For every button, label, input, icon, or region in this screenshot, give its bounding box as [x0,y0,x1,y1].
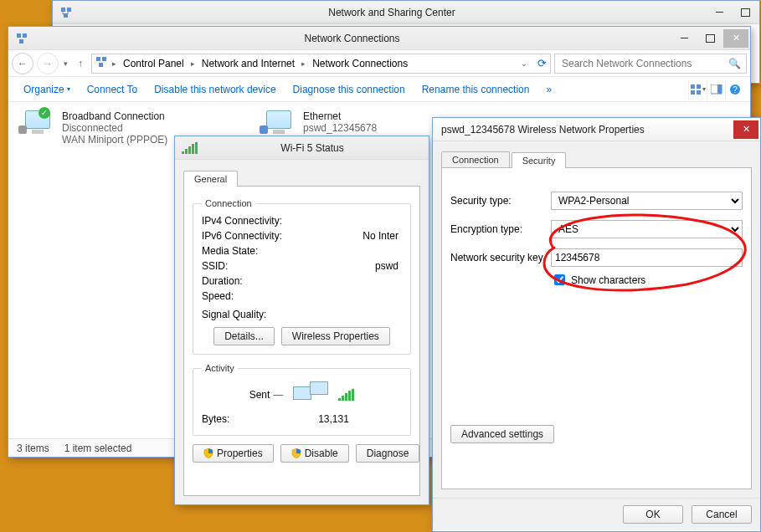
history-dropdown[interactable]: ▾ [62,59,69,68]
chevron-right-icon[interactable]: ▸ [189,59,197,68]
ssid-label: SSID: [202,260,311,272]
tab-security[interactable]: Security [512,152,567,168]
network-icon [95,56,109,70]
toolbar: Organize ▾ Connect To Disable this netwo… [8,77,750,102]
encryption-type-label: Encryption type: [450,223,551,235]
connection-name: Ethernet [303,110,377,122]
sharing-center-title: Network and Sharing Center [78,7,706,18]
breadcrumb-control-panel[interactable]: Control Panel [120,58,188,69]
show-characters-label: Show characters [571,274,645,286]
tabstrip: Connection Security [441,148,752,168]
cancel-button[interactable]: Cancel [692,505,752,524]
signal-bars-icon [338,389,354,401]
nc-titlebar: Network Connections [8,27,750,50]
minimize-button[interactable] [671,29,697,48]
svg-rect-1 [67,8,71,12]
connection-device: WAN Miniport (PPPOE) [62,134,167,146]
minimize-button[interactable] [707,3,732,22]
search-box[interactable]: 🔍 [554,54,747,74]
connection-group: Connection IPv4 Connectivity: IPv6 Conne… [193,198,411,355]
svg-rect-8 [99,63,103,67]
back-button[interactable]: ← [12,53,33,74]
svg-rect-9 [691,84,695,89]
svg-rect-4 [23,33,27,38]
dialog-buttons: OK Cancel [433,498,760,530]
show-characters-checkbox[interactable] [554,274,565,285]
breadcrumb-network-internet[interactable]: Network and Internet [198,58,298,69]
refresh-button[interactable]: ⟳ [537,57,547,69]
maximize-button[interactable] [697,29,722,48]
disable-button[interactable]: Disable [280,444,349,463]
address-row: ← → ▾ ↑ ▸ Control Panel ▸ Network and In… [8,50,750,77]
svg-rect-3 [17,33,21,38]
details-button[interactable]: Details... [213,327,275,345]
close-button[interactable] [733,120,758,139]
wireless-properties-dialog: pswd_12345678 Wireless Network Propertie… [432,117,761,532]
view-icons-button[interactable]: ▾ [688,80,707,99]
encryption-type-select[interactable]: AES [551,220,743,238]
close-button[interactable] [723,29,748,48]
chevron-down-icon: ▾ [67,85,70,93]
ok-button[interactable]: OK [623,505,683,524]
show-characters-row[interactable]: Show characters [551,272,743,288]
search-icon[interactable]: 🔍 [728,58,741,69]
chevron-right-icon[interactable]: ▸ [300,59,307,68]
wifi-status-dialog: Wi-Fi 5 Status General Connection IPv4 C… [174,136,429,505]
network-icon [15,32,28,45]
rename-connection-button[interactable]: Rename this connection [414,79,538,100]
connection-status: Disconnected [62,122,167,134]
ipv6-value: No Inter [311,230,402,242]
breadcrumb-bar[interactable]: ▸ Control Panel ▸ Network and Internet ▸… [91,54,551,74]
properties-button[interactable]: Properties [193,444,274,463]
security-key-label: Network security key [450,252,551,263]
organize-button[interactable]: Organize ▾ [15,79,79,100]
activity-group: Activity Sent — Bytes:13,131 [193,363,411,436]
connection-meta: Broadband Connection Disconnected WAN Mi… [62,110,167,146]
search-input[interactable] [560,55,723,72]
diagnose-connection-button[interactable]: Diagnose this connection [285,79,414,100]
security-type-label: Security type: [450,195,551,207]
ssid-value: pswd [311,260,402,272]
signal-bars-icon [182,142,198,154]
svg-text:?: ? [733,85,738,95]
security-type-select[interactable]: WPA2-Personal [551,192,743,210]
svg-rect-6 [96,57,100,61]
network-icon [59,6,73,19]
svg-rect-12 [697,90,701,95]
connect-to-button[interactable]: Connect To [79,79,147,100]
duration-value [311,275,402,287]
diagnose-button[interactable]: Diagnose [356,444,420,463]
speed-value [311,290,402,302]
breadcrumb-network-connections[interactable]: Network Connections [309,58,411,69]
chevron-right-icon[interactable]: ▸ [111,59,118,68]
selection-count: 1 item selected [64,442,132,454]
up-button[interactable]: ↑ [73,53,88,74]
nc-title: Network Connections [33,33,671,44]
security-key-input[interactable] [551,248,743,267]
connection-name: Broadband Connection [62,110,167,122]
svg-rect-11 [691,90,695,95]
tab-general[interactable]: General [183,171,238,187]
sent-label: Sent [249,389,270,401]
breadcrumb-expand[interactable]: ⌄ [517,59,531,68]
disable-device-button[interactable]: Disable this network device [146,79,284,100]
forward-button[interactable]: → [37,53,59,74]
help-button[interactable]: ? [725,80,743,99]
tabstrip: General [183,166,420,187]
activity-icon [293,381,328,408]
wireless-properties-button[interactable]: Wireless Properties [281,327,390,345]
duration-label: Duration: [202,275,311,287]
maximize-button[interactable] [733,3,758,22]
security-key-row: Network security key [450,248,743,267]
connection-item-broadband[interactable]: ✓ Broadband Connection Disconnected WAN … [18,110,167,146]
svg-rect-14 [717,84,722,94]
connection-group-label: Connection [202,198,255,208]
media-state-label: Media State: [202,245,311,257]
preview-pane-button[interactable] [707,80,725,99]
tab-connection[interactable]: Connection [441,151,510,167]
ipv4-value [311,215,402,227]
toolbar-overflow[interactable]: » [537,79,560,100]
wifi-status-title: Wi-Fi 5 Status [198,142,427,154]
advanced-settings-button[interactable]: Advanced settings [450,425,554,443]
activity-group-label: Activity [202,363,238,373]
